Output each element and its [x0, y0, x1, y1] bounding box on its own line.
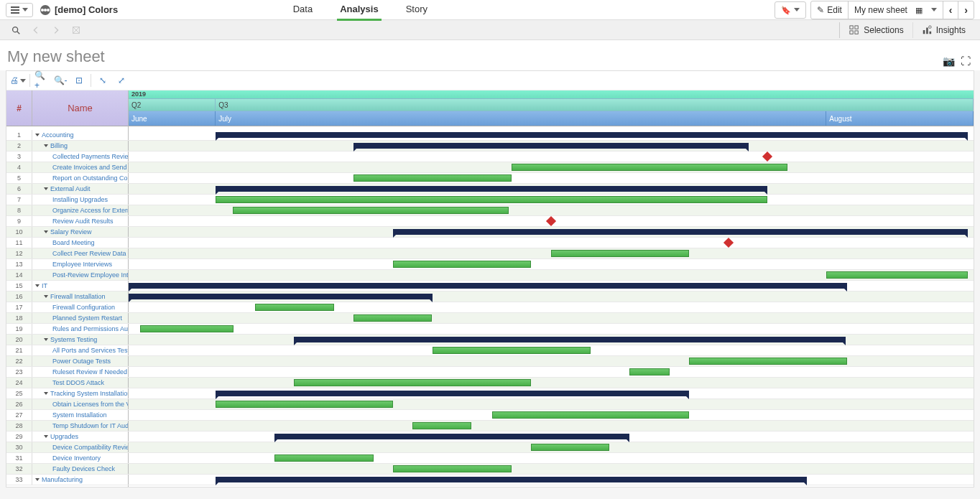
row-name[interactable]: Firewall Configuration	[32, 302, 128, 312]
gantt-row[interactable]: 20Systems Testing	[6, 335, 974, 345]
gantt-row[interactable]: 33Manufacturing	[6, 475, 974, 485]
row-timeline[interactable]	[129, 421, 974, 431]
collapse-icon[interactable]	[35, 134, 40, 136]
row-name[interactable]: Billing	[32, 141, 128, 151]
row-timeline[interactable]	[129, 141, 974, 151]
gantt-row[interactable]: 13Employee Interviews	[6, 259, 974, 270]
tab-data[interactable]: Data	[290, 0, 315, 21]
gantt-row[interactable]: 19Rules and Permissions Audit	[6, 324, 974, 335]
row-name[interactable]: Temp Shutdown for IT Audit	[32, 421, 128, 431]
gantt-row[interactable]: 3Collected Payments Review	[6, 151, 974, 162]
milestone[interactable]	[724, 238, 734, 248]
gantt-row[interactable]: 8Organize Access for External Team	[6, 205, 974, 216]
row-name[interactable]: System Installation	[32, 410, 128, 420]
row-name[interactable]: Firewall Installation	[32, 292, 128, 302]
gantt-row[interactable]: 30Device Compatibility Review	[6, 442, 974, 453]
row-name[interactable]: Board Meeting	[32, 238, 128, 248]
row-name[interactable]: Accounting	[32, 130, 128, 140]
task-bar[interactable]	[512, 164, 788, 171]
next-sheet-button[interactable]	[958, 1, 974, 19]
row-name[interactable]: Obtain Licenses from the Vendor	[32, 399, 128, 409]
row-name[interactable]: Power Outage Tests	[32, 356, 128, 366]
row-timeline[interactable]	[129, 281, 974, 291]
sheet-selector-button[interactable]: My new sheet	[849, 1, 943, 19]
gantt-row[interactable]: 2Billing	[6, 141, 974, 151]
row-timeline[interactable]	[129, 216, 974, 226]
gantt-row[interactable]: 25Tracking System Installation	[6, 388, 974, 399]
gantt-row[interactable]: 16Firewall Installation	[6, 292, 974, 302]
row-timeline[interactable]	[129, 399, 974, 409]
gantt-row[interactable]: 1Accounting	[6, 130, 974, 141]
row-name[interactable]: Upgrades	[32, 432, 128, 442]
summary-bar[interactable]	[216, 132, 968, 138]
tab-analysis[interactable]: Analysis	[337, 0, 381, 21]
row-timeline[interactable]	[129, 378, 974, 388]
row-timeline[interactable]	[129, 162, 974, 172]
row-timeline[interactable]	[129, 238, 974, 248]
gantt-row[interactable]: 12Collect Peer Review Data	[6, 248, 974, 259]
row-timeline[interactable]	[129, 335, 974, 345]
zoom-fit-button[interactable]: ⊡	[72, 74, 86, 87]
row-timeline[interactable]	[129, 173, 974, 183]
collapse-icon[interactable]	[35, 478, 40, 481]
row-name[interactable]: Rules and Permissions Audit	[32, 324, 128, 334]
task-bar[interactable]	[216, 196, 767, 203]
gantt-row[interactable]: 14Post-Review Employee Interviews	[6, 270, 974, 281]
insights-button[interactable]: Insights	[912, 22, 974, 38]
row-name[interactable]: Device Compatibility Review	[32, 442, 128, 452]
summary-bar[interactable]	[129, 283, 847, 289]
collapse-all-button[interactable]: ⤢	[114, 74, 129, 87]
row-timeline[interactable]	[129, 432, 974, 442]
task-bar[interactable]	[689, 358, 847, 365]
selections-button[interactable]: Selections	[840, 22, 912, 38]
row-timeline[interactable]	[129, 324, 974, 334]
row-name[interactable]: IT	[32, 281, 128, 291]
row-timeline[interactable]	[129, 195, 974, 205]
gantt-row[interactable]: 24Test DDOS Attack	[6, 378, 974, 388]
gantt-row[interactable]: 7Installing Upgrades	[6, 195, 974, 205]
snapshot-button[interactable]: 📷	[943, 55, 955, 67]
task-bar[interactable]	[353, 314, 432, 322]
gantt-row[interactable]: 31Device Inventory	[6, 453, 974, 464]
tab-story[interactable]: Story	[403, 0, 430, 21]
step-forward-button[interactable]	[46, 23, 66, 37]
task-bar[interactable]	[274, 454, 374, 462]
task-bar[interactable]	[393, 261, 531, 268]
row-timeline[interactable]	[129, 410, 974, 420]
gantt-row[interactable]: 23Ruleset Review If Needed	[6, 367, 974, 378]
row-name[interactable]: Create Invoices and Send Invoices	[32, 162, 128, 172]
gantt-row[interactable]: 9Review Audit Results	[6, 216, 974, 227]
gantt-row[interactable]: 5Report on Outstanding Collections	[6, 173, 974, 184]
row-timeline[interactable]	[129, 475, 974, 485]
milestone[interactable]	[762, 151, 772, 162]
fullscreen-button[interactable]: ⛶	[961, 55, 971, 67]
summary-bar[interactable]	[129, 294, 433, 299]
task-bar[interactable]	[531, 444, 609, 451]
row-timeline[interactable]	[129, 464, 974, 474]
task-bar[interactable]	[433, 347, 591, 354]
task-bar[interactable]	[629, 368, 669, 376]
row-name[interactable]: Review Audit Results	[32, 216, 128, 226]
collapse-icon[interactable]	[44, 187, 48, 190]
row-name[interactable]: Systems Testing	[32, 335, 128, 345]
row-name[interactable]: Post-Review Employee Interviews	[32, 270, 128, 280]
clear-selections-button[interactable]	[66, 23, 86, 37]
main-menu-button[interactable]	[6, 3, 33, 17]
row-timeline[interactable]	[129, 259, 974, 269]
row-name[interactable]: Ruleset Review If Needed	[32, 367, 128, 377]
row-name[interactable]: Device Inventory	[32, 453, 128, 463]
row-name[interactable]: Tracking System Installation	[32, 388, 128, 398]
row-name[interactable]: Planned System Restart	[32, 313, 128, 323]
gantt-row[interactable]: 17Firewall Configuration	[6, 302, 974, 313]
gantt-chart[interactable]: 📷 ⛶ 🖨 🔍+ 🔍- ⊡ ⤡ ⤢ # Name 2019 Q2Q3 JuneJ…	[6, 70, 974, 488]
collapse-icon[interactable]	[35, 284, 40, 287]
row-timeline[interactable]	[129, 227, 974, 237]
row-timeline[interactable]	[129, 345, 974, 355]
collapse-icon[interactable]	[44, 230, 48, 233]
expand-all-button[interactable]: ⤡	[96, 74, 110, 87]
task-bar[interactable]	[255, 304, 333, 311]
row-timeline[interactable]	[129, 453, 974, 463]
summary-bar[interactable]	[216, 186, 767, 192]
task-bar[interactable]	[551, 250, 689, 257]
row-timeline[interactable]	[129, 151, 974, 162]
